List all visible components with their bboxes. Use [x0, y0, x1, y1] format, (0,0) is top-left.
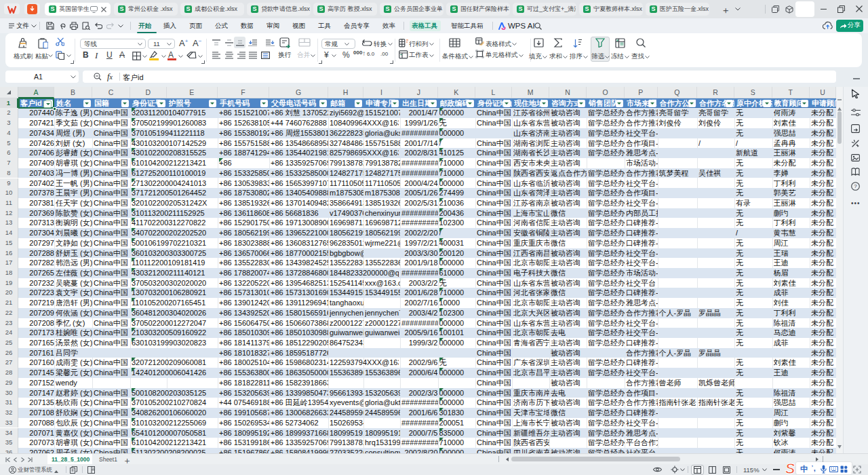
svg-text:?: ? [854, 183, 857, 189]
svg-text:S: S [785, 461, 795, 475]
